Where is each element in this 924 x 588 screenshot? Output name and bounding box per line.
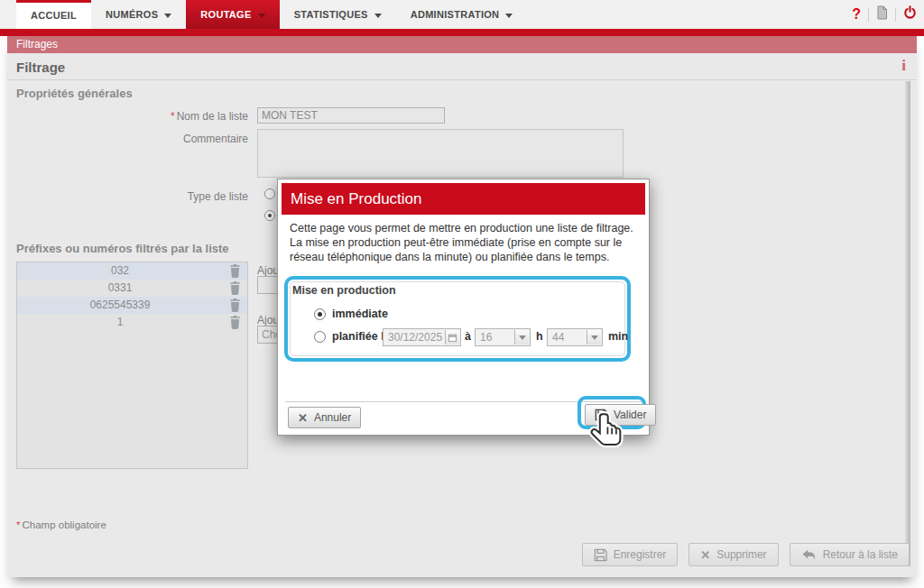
- list-item: 1: [17, 314, 247, 331]
- delete-button[interactable]: ✕ Supprimer: [688, 543, 778, 566]
- mise-en-production-fieldset-label: Mise en production: [292, 284, 396, 297]
- nav-tab-routage[interactable]: ROUTAGE: [186, 0, 279, 29]
- general-properties-heading: Propriétés générales: [16, 87, 133, 100]
- required-asterisk: *: [171, 110, 175, 123]
- prefix-value: 0625545339: [17, 297, 223, 314]
- back-to-list-button[interactable]: Retour à la liste: [790, 543, 910, 566]
- info-icon[interactable]: i: [901, 58, 906, 73]
- prefix-value: 032: [17, 262, 223, 280]
- delete-button-label: Supprimer: [716, 548, 766, 561]
- prefix-list-heading: Préfixes ou numéros filtrés par la liste: [16, 242, 229, 255]
- minute-select[interactable]: 44: [547, 328, 603, 346]
- at-label: à: [465, 330, 471, 343]
- cancel-button-label: Annuler: [314, 411, 351, 424]
- list-type-label: Type de liste: [12, 190, 248, 203]
- x-icon: ✕: [700, 549, 710, 561]
- comment-label: Commentaire: [12, 133, 248, 145]
- divider: [7, 79, 917, 80]
- immediate-radio[interactable]: [314, 308, 326, 320]
- panel-edge-shadow: [905, 81, 910, 566]
- divider: [895, 8, 896, 22]
- list-item: 032: [17, 262, 247, 280]
- planned-date-value: 30/12/2025: [388, 331, 442, 344]
- bottom-action-bar: Enregistrer ✕ Supprimer Retour à la list…: [582, 543, 910, 566]
- chevron-down-icon: [258, 14, 265, 18]
- required-asterisk: *: [16, 519, 20, 530]
- help-icon[interactable]: ?: [852, 7, 861, 22]
- nav-tab-statistiques[interactable]: STATISTIQUES: [280, 0, 396, 29]
- immediate-radio-label: immédiate: [332, 308, 388, 320]
- brand-red-bar: [0, 29, 924, 36]
- document-icon[interactable]: [876, 5, 888, 23]
- validate-button[interactable]: Valider: [585, 404, 656, 426]
- list-name-input[interactable]: MON TEST: [257, 107, 445, 124]
- modal-description: Cette page vous permet de mettre en prod…: [290, 221, 641, 264]
- hour-unit-label: h: [536, 330, 543, 343]
- list-item: 0331: [17, 280, 247, 297]
- floppy-icon: [594, 548, 607, 562]
- nav-tab-administration-label: ADMINISTRATION: [411, 9, 500, 20]
- nav-tab-statistiques-label: STATISTIQUES: [294, 9, 368, 20]
- hour-value: 16: [480, 331, 492, 344]
- save-button-label: Enregistrer: [614, 548, 667, 561]
- list-type-radio-i[interactable]: [264, 210, 275, 221]
- modal-header: Mise en Production: [282, 183, 645, 215]
- chevron-down-icon: [164, 14, 171, 18]
- prefix-list: 032 0331 0625545339 1: [16, 262, 248, 469]
- x-icon: ✕: [298, 412, 308, 424]
- divider: [868, 8, 869, 22]
- list-name-label: *Nom de la liste: [12, 110, 248, 123]
- chevron-down-icon: [505, 14, 513, 18]
- top-navbar: ACCUEIL NUMÉROS ROUTAGE STATISTIQUES ADM…: [0, 0, 924, 29]
- prefix-value: 0331: [17, 280, 223, 297]
- list-type-radio-a[interactable]: [264, 188, 275, 199]
- nav-tab-numeros-label: NUMÉROS: [106, 9, 158, 20]
- nav-tab-numeros[interactable]: NUMÉROS: [91, 0, 186, 29]
- save-button[interactable]: Enregistrer: [582, 543, 679, 566]
- prefix-value: 1: [17, 314, 223, 331]
- planned-radio-label: planifiée le: [332, 330, 391, 343]
- chevron-down-icon: [374, 14, 382, 18]
- nav-tab-accueil[interactable]: ACCUEIL: [16, 0, 91, 29]
- breadcrumb: Filtrages: [7, 36, 917, 53]
- chevron-down-icon: [514, 330, 529, 345]
- return-arrow-icon: [801, 549, 817, 561]
- page-title: Filtrage: [16, 60, 65, 75]
- trash-icon[interactable]: [229, 316, 241, 329]
- nav-tab-accueil-label: ACCUEIL: [31, 10, 77, 21]
- validate-button-label: Valider: [614, 409, 646, 421]
- chevron-down-icon: [587, 330, 601, 345]
- cancel-button[interactable]: ✕ Annuler: [288, 407, 361, 428]
- power-icon[interactable]: [903, 5, 917, 23]
- trash-icon[interactable]: [229, 264, 241, 278]
- add-file-label: Ajou: [257, 314, 279, 326]
- required-footnote: *Champ obligatoire: [16, 519, 106, 530]
- mise-en-production-modal: Mise en Production Cette page vous perme…: [277, 179, 650, 436]
- minute-unit-label: min: [608, 330, 628, 343]
- back-button-label: Retour à la liste: [823, 548, 898, 561]
- floppy-icon: [595, 409, 607, 421]
- planned-radio[interactable]: [314, 331, 326, 343]
- trash-icon[interactable]: [229, 281, 241, 295]
- comment-textarea[interactable]: [257, 129, 624, 178]
- add-prefix-label: Ajou: [257, 264, 279, 277]
- minute-value: 44: [552, 331, 564, 344]
- hour-select[interactable]: 16: [475, 328, 531, 346]
- nav-tabs: ACCUEIL NUMÉROS ROUTAGE STATISTIQUES ADM…: [0, 0, 924, 29]
- planned-date-input[interactable]: 30/12/2025: [383, 328, 461, 346]
- trash-icon[interactable]: [229, 299, 241, 312]
- nav-tab-routage-label: ROUTAGE: [200, 9, 251, 20]
- calendar-icon[interactable]: [445, 330, 459, 345]
- modal-title: Mise en Production: [282, 183, 645, 215]
- nav-tab-administration[interactable]: ADMINISTRATION: [396, 0, 528, 29]
- list-item: 0625545339: [17, 297, 247, 314]
